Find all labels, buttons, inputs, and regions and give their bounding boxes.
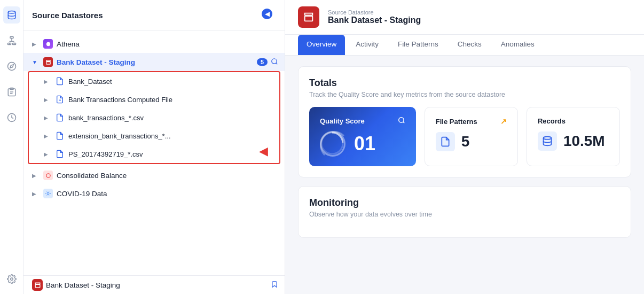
content-body: Totals Track the Quality Score and key m… [285,56,644,294]
bank-transactions-computed-label: Bank Transactions Computed File [68,96,273,104]
nav-settings[interactable] [3,270,20,288]
svg-line-28 [50,195,50,196]
ps-csv-label: PS_20174392719_*.csv [68,150,273,158]
detail-tabs: Overview Activity File Patterns Checks A… [285,35,644,56]
records-body: 10.5M [538,131,609,151]
sidebar-item-bank-dataset[interactable]: ▼ Bank Dataset - Staging 5 [23,53,285,71]
quality-score-card: Quality Score [309,107,416,166]
nav-compass[interactable] [3,58,20,75]
svg-point-37 [543,137,551,140]
monitoring-title: Monitoring [309,197,620,208]
tab-overview[interactable]: Overview [298,35,345,55]
svg-point-0 [8,11,15,14]
datastore-subtitle: Source Datastore [328,9,421,16]
quality-score-label: Quality Score [320,117,365,125]
sidebar-item-bank-dataset-file[interactable]: ▶ Bank_Dataset [29,72,279,90]
sidebar-item-covid19[interactable]: ▶ COVID-19 Data [23,184,285,203]
svg-point-33 [399,118,404,122]
sidebar-item-consolidated-balance[interactable]: ▶ Consolidated Balance [23,166,285,184]
file-patterns-value: 5 [461,133,470,150]
sidebar-title: Source Datastores [32,11,103,20]
quality-card-body: 01 [320,131,405,157]
extension-bank-label: extension_bank_transactions_*... [68,132,273,140]
bank-dataset-file-label: Bank_Dataset [68,78,273,86]
consolidated-balance-label: Consolidated Balance [57,172,278,180]
svg-rect-1 [10,37,13,38]
sidebar-item-extension-bank[interactable]: ▶ extension_bank_transactions_*... [29,127,279,145]
covid19-label: COVID-19 Data [57,190,278,198]
chevron-right-icon: ▶ [44,151,51,157]
covid-icon [43,188,53,199]
athena-icon [43,38,53,49]
datastore-info: Source Datastore Bank Dataset - Staging [328,9,421,25]
sidebar-item-athena[interactable]: ▶ Athena [23,35,285,53]
quality-circle [320,131,345,157]
csv-icon-3 [54,149,65,159]
svg-point-22 [47,192,49,195]
totals-subtitle: Track the Quality Score and key metrics … [309,91,620,98]
quality-card-header: Quality Score [320,117,405,126]
sidebar: Source Datastores ▶ Athena [23,0,285,294]
chevron-down-icon: ▼ [32,59,40,65]
quality-search-icon[interactable] [398,117,405,126]
nav-clipboard[interactable] [3,83,20,100]
monitoring-card: Monitoring Observe how your data evolves… [298,186,631,238]
balance-icon [43,170,53,181]
datastore-icon [298,6,319,28]
records-header: Records [538,117,609,125]
file-patterns-label: File Patterns [436,118,477,126]
tab-file-patterns[interactable]: File Patterns [389,35,447,55]
datastore-title: Bank Dataset - Staging [328,16,421,25]
bank-transactions-csv-label: bank_transactions_*.csv [68,114,273,122]
csv-icon-2 [54,130,65,141]
bookmark-icon[interactable] [271,281,278,290]
records-label: Records [538,117,566,125]
chevron-right-icon: ▶ [44,97,51,103]
svg-point-15 [10,278,13,281]
computed-file-icon [54,94,65,105]
sidebar-bottom-label: Bank Dataset - Staging [46,281,268,289]
totals-title: Totals [309,78,620,89]
records-tile: Records 10.5M [527,107,620,166]
svg-point-35 [321,133,343,154]
bank-icon-bottom [32,280,43,290]
tab-activity[interactable]: Activity [347,35,387,55]
external-link-icon[interactable]: ↗ [500,117,507,126]
chevron-right-icon: ▶ [44,115,51,121]
svg-point-8 [7,63,15,71]
svg-point-16 [46,42,50,45]
chevron-right-icon: ▶ [44,79,51,84]
sidebar-header: Source Datastores [23,0,285,30]
quality-score-value: 01 [354,133,375,155]
main-content: Source Datastore Bank Dataset - Staging … [285,0,644,294]
nav-hierarchy[interactable] [3,32,20,49]
chevron-right-icon: ▶ [32,173,40,179]
bank-dataset-badge: 5 [257,58,268,66]
sidebar-item-ps-csv[interactable]: ▶ PS_20174392719_*.csv [29,145,279,163]
sidebar-item-bank-transactions-csv[interactable]: ▶ bank_transactions_*.csv [29,109,279,127]
svg-point-21 [46,173,50,177]
file-icon [54,76,65,87]
search-icon[interactable] [271,58,278,67]
file-patterns-header: File Patterns ↗ [436,117,507,126]
sub-tree-box: ▶ Bank_Dataset ▶ Bank Transactions Compu… [28,71,280,164]
nav-clock[interactable] [3,109,20,126]
bank-dataset-label: Bank Dataset - Staging [57,58,254,66]
svg-point-18 [272,58,277,63]
metrics-row: Quality Score [309,107,620,166]
tab-anomalies[interactable]: Anomalies [492,35,543,55]
annotation-arrow: ◀ [259,144,268,158]
chevron-right-icon: ▶ [44,133,51,139]
svg-rect-31 [35,284,40,287]
icon-nav [0,0,23,294]
svg-rect-17 [46,61,50,64]
svg-point-36 [321,133,343,154]
nav-database[interactable] [3,6,20,24]
svg-line-19 [276,63,278,64]
tab-checks[interactable]: Checks [449,35,490,55]
svg-line-27 [46,191,46,192]
collapse-sidebar-button[interactable]: ◀ [261,7,273,20]
sidebar-bottom-item[interactable]: Bank Dataset - Staging [23,276,285,294]
sidebar-item-bank-transactions-computed[interactable]: ▶ Bank Transactions Computed File [29,90,279,109]
chevron-right-icon: ▶ [32,41,40,47]
